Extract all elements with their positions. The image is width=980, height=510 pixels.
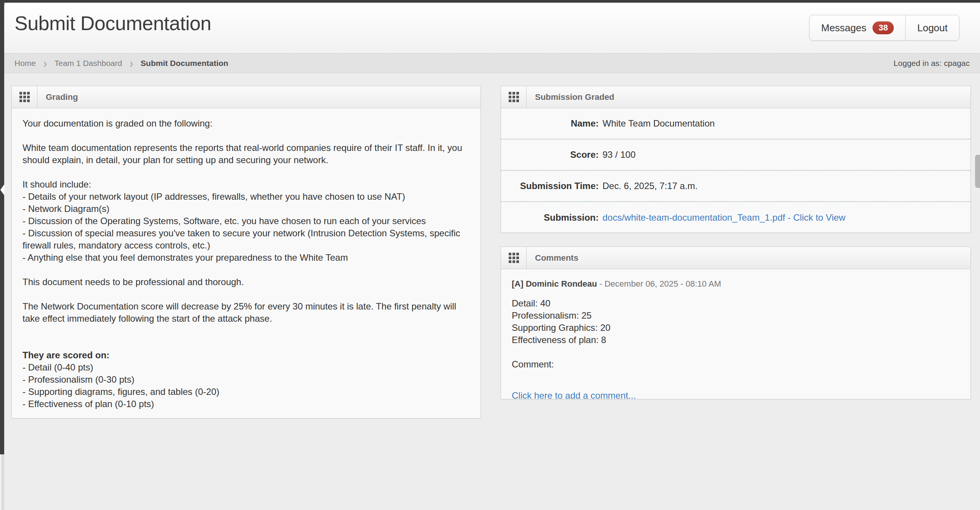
messages-button[interactable]: Messages 38 (810, 15, 905, 40)
scored-on-items: - Detail (0-40 pts) - Professionalism (0… (22, 361, 470, 410)
messages-count-badge: 38 (872, 21, 894, 34)
page-header: Submit Documentation Messages 38 Logout (4, 3, 980, 53)
table-row: Submission: docs/white-team-documentatio… (501, 202, 970, 233)
breadcrumb: Home › Team 1 Dashboard › Submit Documen… (4, 53, 980, 73)
comment-author: [A] Dominic Rondeau (512, 279, 597, 289)
submission-panel-title: Submission Graded (527, 92, 614, 102)
comments-panel-header: Comments (501, 247, 970, 269)
breadcrumb-home[interactable]: Home (14, 59, 36, 68)
comments-panel-body: [A] Dominic Rondeau - December 06, 2025 … (501, 269, 970, 411)
submission-panel-header: Submission Graded (501, 86, 970, 108)
grid-icon (509, 92, 519, 102)
grading-panel-title: Grading (37, 92, 78, 102)
grading-panel: Grading Your documentation is graded on … (11, 86, 481, 419)
submission-time-value: Dec. 6, 2025, 7:17 a.m. (602, 181, 697, 191)
window-left-edge-lower (0, 454, 2, 510)
breadcrumb-current: Submit Documentation (141, 59, 228, 68)
chevron-right-icon: › (43, 57, 47, 70)
app-page: Submit Documentation Messages 38 Logout … (4, 3, 980, 510)
grid-icon (19, 92, 30, 102)
comment-timestamp: - December 06, 2025 - 08:10 AM (597, 279, 721, 289)
main-content: Grading Your documentation is graded on … (4, 73, 980, 510)
breadcrumb-team-dashboard[interactable]: Team 1 Dashboard (55, 59, 122, 68)
page-title: Submit Documentation (14, 12, 211, 35)
grading-panel-body: Your documentation is graded on the foll… (12, 108, 480, 419)
vertical-scrollbar-thumb[interactable] (975, 155, 980, 188)
logged-in-as: Logged in as: cpagac (893, 59, 970, 68)
submission-name-value: White Team Documentation (602, 118, 715, 129)
submission-score-label: Score: (501, 149, 599, 160)
comments-panel-icon-cell (501, 247, 527, 269)
comments-panel-title: Comments (527, 253, 578, 263)
submission-name-label: Name: (501, 118, 599, 129)
grid-icon (509, 253, 519, 263)
submission-graded-panel: Submission Graded Name: White Team Docum… (501, 86, 971, 233)
submission-rows: Name: White Team Documentation Score: 93… (501, 108, 970, 233)
submission-file-link[interactable]: docs/white-team-documentation_Team_1.pdf… (602, 212, 845, 223)
comments-panel: Comments [A] Dominic Rondeau - December … (501, 247, 971, 399)
chevron-right-icon: › (130, 57, 133, 70)
comment-meta: [A] Dominic Rondeau - December 06, 2025 … (512, 279, 960, 289)
window-top-edge (0, 0, 980, 3)
add-comment-link[interactable]: Click here to add a comment... (512, 390, 636, 401)
messages-button-label: Messages (821, 22, 866, 34)
scored-on-heading: They are scored on: (22, 349, 470, 361)
grading-panel-header: Grading (12, 86, 480, 108)
table-row: Submission Time: Dec. 6, 2025, 7:17 a.m. (501, 171, 970, 202)
submission-panel-icon-cell (501, 86, 527, 108)
logout-button-label: Logout (917, 22, 948, 34)
header-button-group: Messages 38 Logout (809, 15, 959, 41)
submission-time-label: Submission Time: (501, 181, 599, 191)
grading-description: Your documentation is graded on the foll… (22, 117, 470, 325)
table-row: Score: 93 / 100 (501, 140, 970, 171)
submission-score-value: 93 / 100 (602, 149, 636, 160)
submission-file-label: Submission: (501, 212, 599, 223)
logout-button[interactable]: Logout (905, 15, 959, 40)
window-left-edge (0, 3, 4, 454)
table-row: Name: White Team Documentation (501, 108, 970, 140)
comment-scores: Detail: 40 Professionalism: 25 Supportin… (512, 297, 960, 370)
grading-panel-icon-cell (12, 86, 37, 108)
